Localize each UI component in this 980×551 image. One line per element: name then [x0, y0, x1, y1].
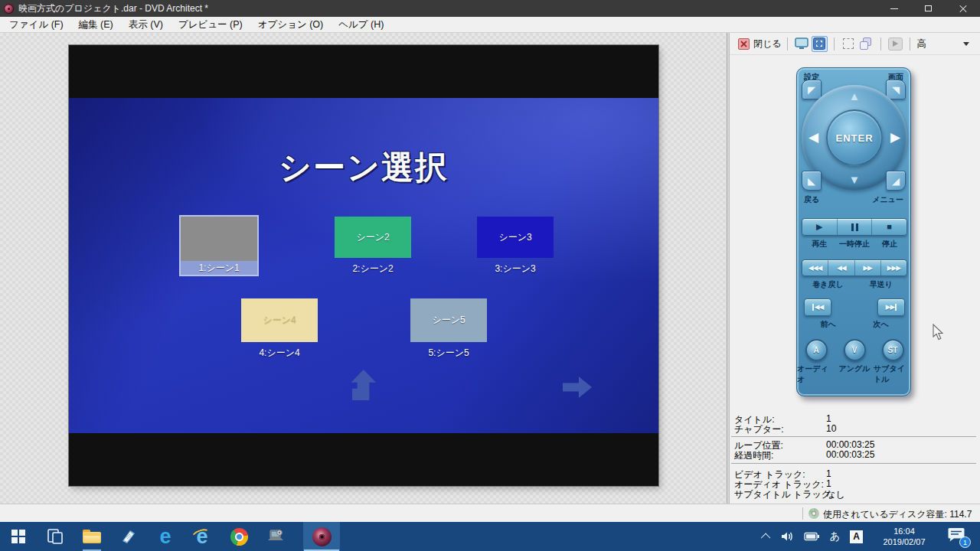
notepad-button[interactable] [110, 522, 147, 551]
rewind-fast-icon: ◀◀◀ [808, 265, 822, 272]
play-button[interactable]: ▶ [802, 219, 837, 235]
quality-dropdown-arrow-icon[interactable] [963, 42, 969, 46]
stop-label: 停止 [872, 239, 907, 249]
utility-app-button[interactable] [257, 522, 294, 551]
start-button[interactable] [0, 522, 37, 551]
maximize-button[interactable] [911, 0, 946, 17]
scene-item-3[interactable]: シーン3 3:シーン3 [477, 217, 554, 276]
previous-button[interactable]: ◀◀ [804, 298, 831, 316]
scene-item-4[interactable]: シーン4 4:シーン4 [241, 298, 318, 360]
chrome-icon [230, 528, 248, 546]
play-from-button[interactable] [887, 36, 903, 52]
remote-menu-label: メニュー [872, 194, 903, 205]
scene-item-1-selected[interactable]: 1:シーン1 [179, 215, 259, 276]
scene-thumb-text-5: シーン5 [432, 314, 465, 327]
dpad-up-button[interactable]: ▲ [849, 90, 861, 102]
subtitle-button[interactable]: ST [882, 339, 904, 361]
menu-options[interactable]: オプション (O) [250, 17, 332, 32]
prev-next-buttons: ◀◀ ▶▶ [802, 298, 907, 316]
menu-help[interactable]: ヘルプ (H) [331, 17, 391, 32]
info-value: 1 [826, 468, 831, 479]
action-center-button[interactable]: 1 [946, 526, 969, 547]
dpad-left-button[interactable]: ◀ [808, 131, 818, 144]
info-value: 00:00:03:25 [826, 439, 874, 450]
preview-workspace: シーン選択 1:シーン1 シーン2 2:シーン2 シーン3 [0, 33, 727, 504]
menu-edit[interactable]: 編集 (E) [71, 17, 121, 32]
edge-button[interactable]: e [147, 522, 184, 551]
remote-back-label: 戻る [804, 194, 819, 205]
next-button[interactable]: ▶▶ [877, 298, 905, 316]
audio-button[interactable]: A [805, 339, 828, 361]
stop-button[interactable]: ■ [871, 219, 906, 235]
taskbar-clock[interactable]: 16:04 2019/02/07 [873, 526, 936, 547]
size-to-window-button[interactable] [812, 36, 828, 52]
quality-dropdown-value[interactable]: 高 [917, 37, 927, 51]
forward-label: 早送り [854, 279, 907, 290]
internet-explorer-button[interactable]: e [184, 522, 220, 551]
disc-capacity-icon [808, 508, 819, 519]
rewind-button[interactable]: ◀◀ [828, 260, 854, 276]
info-row-title: タイトル: 1 [730, 413, 980, 423]
copy-frame-button[interactable] [858, 36, 874, 52]
tray-expand-icon[interactable] [760, 533, 770, 543]
remote-settings-button[interactable]: ◤ [802, 80, 822, 99]
subtitle-icon: ST [888, 346, 898, 354]
dpad-right-button[interactable]: ▶ [890, 131, 900, 144]
angle-button[interactable]: V [844, 339, 866, 361]
dvd-architect-taskbar-button[interactable] [303, 522, 340, 551]
battery-icon[interactable] [804, 531, 820, 542]
scene-item-2[interactable]: シーン2 2:シーン2 [335, 217, 411, 276]
ime-language-icon[interactable]: あ [830, 530, 840, 543]
dvd-menu-title: シーン選択 [69, 146, 658, 189]
forward-fast-button[interactable]: ▶▶▶ [880, 260, 906, 276]
safe-area-button[interactable] [841, 36, 857, 52]
prev-bar-icon [812, 304, 814, 311]
task-view-icon [47, 528, 64, 545]
seek-labels: 巻き戻し 早送り [802, 279, 907, 290]
chrome-button[interactable] [220, 522, 257, 551]
play-icon: ▶ [816, 223, 822, 231]
audio-label: オーディオ [797, 364, 835, 385]
transport-buttons: ▶ ■ [802, 218, 907, 236]
next-icon: ▶▶ [886, 304, 895, 311]
dpad-down-button[interactable]: ▼ [849, 174, 861, 185]
menu-view[interactable]: 表示 (V) [121, 17, 171, 32]
volume-icon[interactable] [780, 530, 794, 543]
external-monitor-button[interactable] [794, 36, 810, 52]
minimize-button[interactable] [877, 0, 911, 17]
task-view-button[interactable] [37, 522, 74, 551]
forward-button[interactable]: ▶▶ [854, 260, 880, 276]
close-x-icon [738, 38, 750, 50]
info-value: 1 [826, 413, 831, 424]
scene-label-5: 5:シーン5 [410, 347, 487, 360]
monitor-icon [795, 37, 808, 50]
rewind-icon: ◀◀ [837, 265, 846, 272]
ime-mode-icon[interactable]: A [850, 530, 863, 543]
enter-button[interactable]: ENTER [826, 109, 883, 166]
menu-up-arrow-icon[interactable] [348, 370, 376, 400]
close-button[interactable] [946, 0, 980, 17]
file-explorer-button[interactable] [74, 522, 110, 551]
rewind-fast-button[interactable]: ◀◀◀ [802, 260, 828, 276]
pause-button[interactable] [837, 219, 872, 235]
edge-icon: e [159, 527, 171, 547]
close-preview-button[interactable]: 閉じる [738, 37, 782, 51]
menu-file[interactable]: ファイル (F) [2, 17, 71, 32]
remote-menu-button[interactable]: ◢ [886, 171, 906, 191]
remote-screen-button[interactable]: ◥ [886, 80, 906, 99]
window-title: 映画方式のプロジェクト.dar - DVD Architect * [18, 2, 208, 15]
notepad-icon [119, 527, 138, 546]
menu-next-arrow-icon[interactable] [563, 377, 592, 398]
scene-label-3: 3:シーン3 [477, 262, 554, 276]
remote-back-button[interactable]: ◣ [802, 171, 822, 191]
play-label: 再生 [802, 239, 837, 249]
scene-item-5[interactable]: シーン5 5:シーン5 [410, 298, 487, 360]
info-value: 1 [826, 478, 831, 489]
close-icon [959, 5, 967, 12]
info-separator [731, 463, 976, 464]
next-bar-icon [895, 304, 897, 311]
menu-preview[interactable]: プレビュー (P) [171, 17, 250, 32]
dvd-menu-background: シーン選択 1:シーン1 シーン2 2:シーン2 シーン3 [69, 98, 658, 433]
stop-icon: ■ [887, 223, 892, 231]
toolbar-separator [880, 37, 881, 51]
